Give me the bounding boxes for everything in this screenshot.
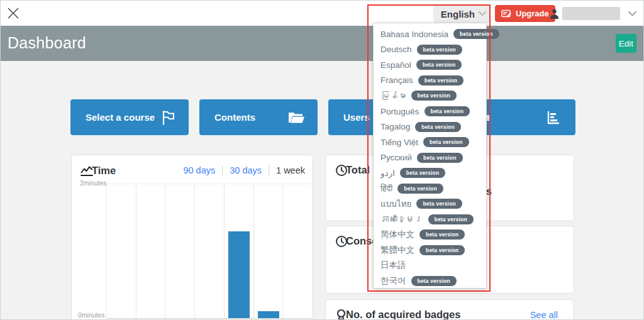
language-menu-item[interactable]: Françaisbeta version bbox=[374, 73, 486, 89]
language-menu-item[interactable]: Tagalogbeta version bbox=[374, 119, 486, 135]
language-label: Português bbox=[380, 107, 419, 116]
language-menu-item[interactable]: हिंदीbeta version bbox=[374, 180, 486, 196]
nav-tile-contents[interactable]: Contents bbox=[199, 99, 318, 135]
language-label: Français bbox=[380, 75, 413, 85]
language-menu-item[interactable]: Deutschbeta version bbox=[374, 42, 486, 58]
language-label: Tiếng Việt bbox=[380, 138, 418, 147]
close-icon[interactable] bbox=[6, 6, 20, 20]
see-all-link[interactable]: See all bbox=[530, 310, 558, 320]
y-axis-min-label: 0minutes bbox=[78, 311, 105, 319]
page-title: Dashboard bbox=[8, 34, 86, 52]
time-card: Time 90 days 30 days 1 week 2minutes 0mi… bbox=[71, 155, 313, 320]
beta-version-badge: beta version bbox=[400, 168, 445, 178]
language-menu-item[interactable]: 简体中文beta version bbox=[374, 227, 486, 243]
language-menu-item[interactable]: Tiếng Việtbeta version bbox=[374, 135, 486, 150]
language-menu-item[interactable]: ភាសាខ្មែរbeta version bbox=[374, 212, 486, 228]
language-menu-item[interactable]: اردوbeta version bbox=[374, 165, 486, 181]
badges-card: No. of acquired badges See all bbox=[325, 299, 574, 320]
language-menu-item[interactable]: Русскийbeta version bbox=[374, 150, 486, 165]
nav-tile-select-a-course[interactable]: Select a course bbox=[70, 99, 189, 135]
language-label: Bahasa Indonesia bbox=[380, 30, 448, 39]
beta-version-badge: beta version bbox=[425, 106, 470, 116]
beta-version-badge: beta version bbox=[411, 91, 457, 101]
range-1-week-active[interactable]: 1 week bbox=[269, 165, 306, 175]
time-chart-bar bbox=[228, 231, 250, 318]
language-label: Tagalog bbox=[380, 122, 410, 131]
flag-icon bbox=[160, 109, 176, 126]
beta-version-badge: beta version bbox=[423, 137, 469, 147]
folder-open-icon bbox=[287, 110, 305, 125]
beta-version-badge: beta version bbox=[411, 276, 457, 286]
app-window: English Upgrade bbox=[0, 0, 644, 320]
language-label: ភាសាខ្មែរ bbox=[380, 214, 423, 224]
beta-version-badge: beta version bbox=[417, 153, 462, 163]
chevron-down-icon bbox=[478, 11, 487, 17]
beta-version-badge: beta version bbox=[416, 199, 462, 209]
language-label: မြန်မာ bbox=[380, 91, 406, 101]
y-axis-max-label: 2minutes bbox=[80, 179, 107, 187]
language-menu: Bahasa Indonesiabeta version Deutschbeta… bbox=[373, 23, 487, 289]
beta-version-badge: beta version bbox=[415, 122, 460, 132]
language-menu-item[interactable]: 日本語 bbox=[374, 258, 486, 273]
language-menu-item[interactable]: Españolbeta version bbox=[374, 57, 486, 73]
language-menu-item[interactable]: แบบไทยbeta version bbox=[374, 196, 486, 212]
edit-button[interactable]: Edit bbox=[616, 34, 636, 53]
top-bar: English Upgrade bbox=[1, 1, 643, 26]
beta-version-badge: beta version bbox=[428, 214, 474, 224]
nav-tile-label: Users bbox=[343, 112, 370, 123]
beta-version-badge: beta version bbox=[397, 184, 443, 194]
language-label: اردو bbox=[380, 168, 395, 178]
upgrade-button-label: Upgrade bbox=[516, 9, 549, 18]
language-selector-value: English bbox=[441, 9, 475, 19]
upgrade-button[interactable]: Upgrade bbox=[495, 5, 555, 22]
language-menu-item[interactable]: 한국어beta version bbox=[374, 273, 486, 289]
language-menu-item[interactable]: မြန်မာbeta version bbox=[374, 88, 486, 104]
language-label: Español bbox=[380, 60, 411, 70]
language-label: 한국어 bbox=[380, 275, 406, 287]
language-menu-item[interactable]: Portuguêsbeta version bbox=[374, 104, 486, 119]
language-menu-item[interactable]: 繁體中文beta version bbox=[374, 243, 486, 258]
language-selector[interactable]: English bbox=[433, 5, 491, 23]
time-range-switcher: 90 days 30 days 1 week bbox=[176, 165, 306, 175]
range-30-days-link[interactable]: 30 days bbox=[222, 165, 269, 175]
language-label: 繁體中文 bbox=[380, 245, 414, 256]
beta-version-badge: beta version bbox=[417, 45, 462, 55]
chevron-down-icon[interactable] bbox=[628, 11, 637, 17]
beta-version-badge: beta version bbox=[419, 245, 465, 255]
language-label: हिंदी bbox=[380, 184, 392, 194]
language-label: Русский bbox=[380, 153, 412, 162]
language-label: แบบไทย bbox=[380, 197, 411, 211]
beta-version-badge: beta version bbox=[416, 60, 462, 70]
language-label: 日本語 bbox=[380, 260, 406, 271]
card-title-fragment: Total l bbox=[346, 164, 375, 176]
beta-version-badge: beta version bbox=[453, 29, 499, 39]
language-menu-item[interactable]: Bahasa Indonesiabeta version bbox=[374, 26, 486, 42]
time-chart-plot bbox=[106, 184, 312, 319]
user-menu[interactable] bbox=[549, 6, 641, 21]
nav-tile-label: Select a course bbox=[86, 112, 155, 123]
language-label: Deutsch bbox=[380, 45, 412, 54]
card1-body-tail-fragment: s bbox=[486, 186, 492, 197]
user-icon bbox=[549, 8, 560, 19]
beta-version-badge: beta version bbox=[418, 75, 464, 86]
language-label: 简体中文 bbox=[380, 229, 414, 240]
bar-chart-icon bbox=[545, 109, 562, 126]
badges-card-title: No. of acquired badges bbox=[346, 309, 460, 320]
page-header: Dashboard Edit bbox=[1, 26, 643, 61]
time-card-title: Time bbox=[92, 165, 116, 177]
user-name-redacted bbox=[562, 7, 620, 20]
license-card-icon bbox=[501, 9, 512, 18]
nav-tile-label: Contents bbox=[214, 112, 255, 123]
beta-version-badge: beta version bbox=[419, 229, 465, 240]
time-chart-bar bbox=[258, 311, 279, 318]
range-90-days-link[interactable]: 90 days bbox=[176, 165, 222, 175]
